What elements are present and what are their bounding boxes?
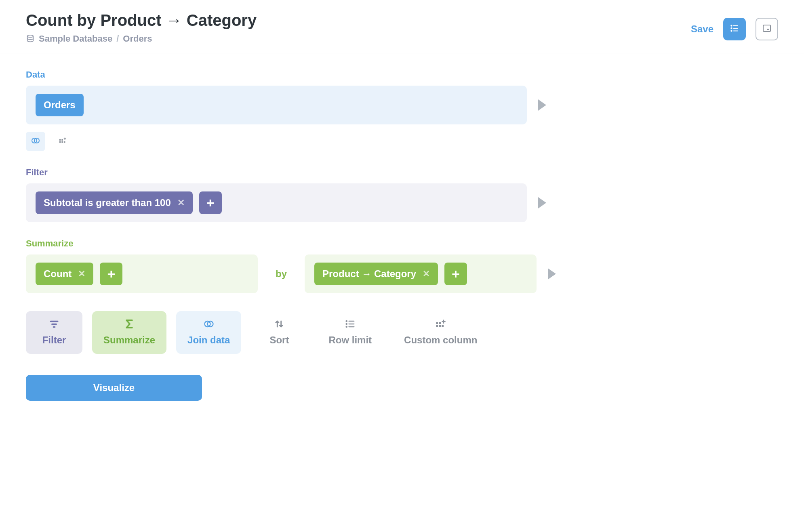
panel-icon	[762, 23, 772, 35]
sort-card[interactable]: Sort	[251, 311, 307, 354]
svg-rect-12	[61, 139, 63, 141]
database-icon	[26, 34, 35, 43]
filter-well: Subtotal is greater than 100 ✕ +	[26, 183, 527, 222]
panel-toggle-button[interactable]	[756, 18, 778, 40]
svg-point-23	[345, 320, 347, 322]
page-title: Count by Product → Category	[26, 11, 257, 29]
row-limit-card[interactable]: Row limit	[317, 311, 383, 354]
query-editor: Data Orders	[0, 53, 804, 425]
summarize-card-label: Summarize	[103, 334, 155, 346]
svg-rect-8	[767, 29, 769, 30]
filter-section: Filter Subtotal is greater than 100 ✕ +	[26, 167, 778, 222]
filter-chip-label: Subtotal is greater than 100	[44, 197, 171, 208]
join-card[interactable]: Join data	[176, 311, 241, 354]
close-icon[interactable]: ✕	[78, 269, 85, 279]
svg-rect-35	[442, 321, 445, 322]
svg-rect-6	[733, 30, 738, 31]
plus-icon: +	[452, 267, 460, 281]
svg-rect-28	[348, 326, 354, 327]
svg-rect-14	[61, 141, 63, 143]
list-icon	[345, 318, 356, 330]
svg-point-25	[345, 323, 347, 325]
svg-rect-4	[733, 28, 738, 29]
data-preview-button[interactable]	[538, 99, 546, 111]
svg-rect-7	[763, 25, 770, 32]
aggregation-label: Count	[44, 268, 72, 280]
custom-column-mini-button[interactable]	[53, 132, 73, 151]
grid-plus-icon	[59, 136, 67, 147]
sort-icon	[274, 318, 285, 330]
svg-rect-32	[439, 325, 441, 327]
join-mini-button[interactable]	[26, 132, 45, 151]
notebook-icon	[729, 23, 740, 35]
data-source-chip[interactable]: Orders	[36, 94, 84, 116]
svg-rect-13	[59, 141, 61, 143]
svg-rect-31	[436, 325, 438, 327]
data-well: Orders	[26, 86, 527, 124]
filter-preview-button[interactable]	[538, 197, 546, 208]
summarize-section: Summarize Count ✕ + by Product → Categor…	[26, 238, 778, 293]
svg-rect-17	[64, 139, 66, 139]
editor-toggle-button[interactable]	[723, 18, 746, 40]
aggregation-well: Count ✕ +	[26, 254, 258, 293]
summarize-section-label: Summarize	[26, 238, 778, 249]
svg-rect-19	[51, 324, 57, 325]
breakout-well: Product → Category ✕ +	[305, 254, 537, 293]
data-mini-toolbar	[26, 132, 778, 151]
visualize-button[interactable]: Visualize	[26, 375, 202, 401]
filter-card-label: Filter	[42, 334, 66, 346]
breadcrumb-sep: /	[116, 34, 119, 44]
svg-rect-15	[64, 141, 65, 143]
svg-point-27	[345, 326, 347, 328]
filter-icon	[48, 318, 60, 330]
row-limit-card-label: Row limit	[328, 334, 372, 346]
by-label: by	[269, 268, 293, 280]
summarize-card[interactable]: Summarize	[92, 311, 166, 354]
data-source-label: Orders	[44, 99, 76, 111]
sigma-icon	[124, 318, 135, 330]
breadcrumb: Sample Database / Orders	[26, 34, 257, 44]
action-cards: Filter Summarize Join data	[26, 311, 778, 354]
filter-section-label: Filter	[26, 167, 778, 178]
svg-rect-20	[53, 326, 56, 328]
add-breakout-button[interactable]: +	[444, 263, 467, 285]
breakout-label: Product → Category	[322, 268, 416, 280]
header-actions: Save	[691, 11, 778, 40]
breadcrumb-db[interactable]: Sample Database	[39, 34, 112, 44]
header: Count by Product → Category Sample Datab…	[0, 0, 804, 53]
filter-chip[interactable]: Subtotal is greater than 100 ✕	[36, 191, 193, 214]
add-filter-button[interactable]: +	[199, 191, 222, 214]
svg-rect-24	[348, 321, 354, 322]
data-section-label: Data	[26, 69, 778, 80]
svg-rect-26	[348, 324, 354, 324]
save-button[interactable]: Save	[691, 23, 713, 35]
custom-column-card-label: Custom column	[404, 334, 477, 346]
add-aggregation-button[interactable]: +	[100, 263, 122, 285]
custom-column-card[interactable]: Custom column	[393, 311, 488, 354]
close-icon[interactable]: ✕	[177, 198, 185, 208]
join-icon	[31, 136, 40, 147]
data-section: Data Orders	[26, 69, 778, 151]
svg-point-0	[27, 35, 34, 38]
breadcrumb-table[interactable]: Orders	[123, 34, 152, 44]
svg-point-1	[730, 25, 732, 26]
join-card-label: Join data	[187, 334, 230, 346]
sort-card-label: Sort	[269, 334, 289, 346]
header-left: Count by Product → Category Sample Datab…	[26, 11, 257, 44]
plus-icon: +	[107, 267, 115, 281]
svg-rect-30	[439, 322, 441, 324]
svg-rect-2	[733, 25, 738, 26]
aggregation-chip[interactable]: Count ✕	[36, 263, 93, 285]
svg-rect-29	[436, 322, 438, 324]
filter-card[interactable]: Filter	[26, 311, 82, 354]
svg-rect-11	[59, 139, 61, 141]
svg-rect-33	[442, 325, 444, 327]
breakout-chip[interactable]: Product → Category ✕	[314, 263, 438, 285]
summarize-preview-button[interactable]	[548, 268, 556, 280]
grid-plus-icon	[435, 318, 446, 330]
join-icon	[203, 318, 215, 330]
svg-point-3	[730, 27, 732, 29]
plus-icon: +	[206, 196, 215, 210]
close-icon[interactable]: ✕	[423, 269, 430, 279]
svg-point-5	[730, 30, 732, 32]
